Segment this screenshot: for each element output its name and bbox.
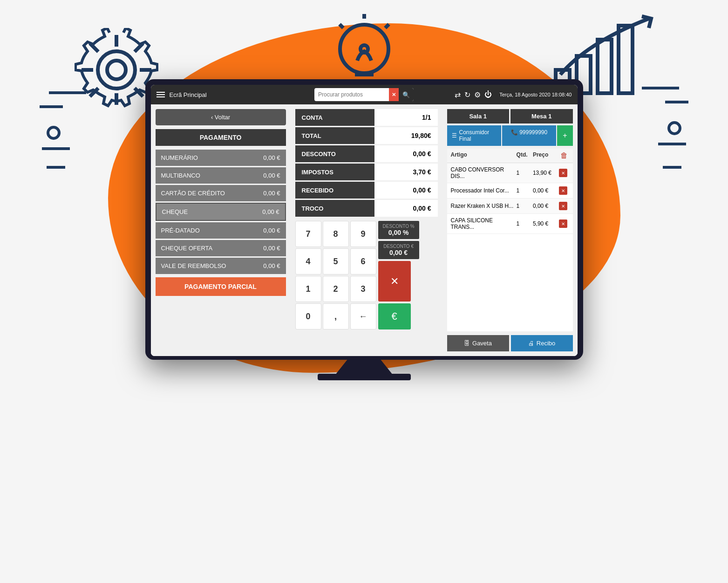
search-bar: ✕ 🔍 <box>314 88 414 101</box>
total-row: TOTAL 19,80€ <box>295 127 438 144</box>
item-qty: 1 <box>517 203 533 209</box>
item-name: Processador Intel Cor... <box>451 187 517 194</box>
search-submit-button[interactable]: 🔍 <box>399 88 414 101</box>
col-artigo: Artigo <box>451 151 517 160</box>
svg-rect-18 <box>619 26 633 93</box>
num-7[interactable]: 7 <box>295 221 321 247</box>
col-qtd: Qtd. <box>517 151 533 160</box>
search-clear-button[interactable]: ✕ <box>389 88 399 101</box>
payment-title: PAGAMENTO <box>156 129 286 146</box>
delete-item-2-button[interactable]: ✕ <box>559 186 567 195</box>
item-name: Razer Kraken X USB H... <box>451 203 517 209</box>
item-qty: 1 <box>517 187 533 194</box>
payment-cartao[interactable]: CARTÃO DE CRÉDITO 0,00 € <box>156 185 286 201</box>
numpad: 7 8 9 4 5 6 1 2 3 0 , ← <box>295 221 376 329</box>
item-name: CAPA SILICONE TRANS... <box>451 217 517 230</box>
back-button[interactable]: ‹ Voltar <box>156 109 286 125</box>
taskbar: Ecrã Principal ✕ 🔍 ⇄ ↻ ⚙ ⏻ <box>151 85 578 104</box>
num-9[interactable]: 9 <box>350 221 376 247</box>
item-name: CABO CONVERSOR DIS... <box>451 166 517 179</box>
order-item-4: CAPA SILICONE TRANS... 1 5,90 € ✕ <box>447 214 573 234</box>
num-1[interactable]: 1 <box>295 276 321 302</box>
delete-all-button[interactable]: 🗑 <box>559 151 569 160</box>
svg-rect-17 <box>598 40 612 93</box>
payment-multibanco[interactable]: MULTIBANCO 0,00 € <box>156 167 286 184</box>
left-panel: ‹ Voltar PAGAMENTO NUMERÁRIO 0,00 € MULT… <box>151 104 291 356</box>
order-table: Artigo Qtd. Preço 🗑 CABO CONVERSOR DIS..… <box>447 149 573 331</box>
svg-point-14 <box>361 45 368 53</box>
order-item-2: Processador Intel Cor... 1 0,00 € ✕ <box>447 183 573 199</box>
recibo-icon: 🖨 <box>528 340 534 347</box>
num-8[interactable]: 8 <box>323 221 349 247</box>
num-comma[interactable]: , <box>323 303 349 329</box>
table-label: Mesa 1 <box>510 109 573 123</box>
confirm-button[interactable]: € <box>378 303 411 329</box>
item-qty: 1 <box>517 170 533 176</box>
payment-pre-datado[interactable]: PRÉ-DATADO 0,00 € <box>156 222 286 239</box>
recibo-button[interactable]: 🖨 Recibo <box>511 335 573 351</box>
gaveta-button[interactable]: 🗄 Gaveta <box>447 335 509 351</box>
app-title: Ecrã Principal <box>170 91 207 98</box>
room-label: Sala 1 <box>447 109 510 123</box>
item-price: 0,00 € <box>533 203 559 209</box>
monitor-stand <box>336 360 392 374</box>
datetime-display: Terça, 18 Agosto 2020 18:08:40 <box>499 92 572 97</box>
num-4[interactable]: 4 <box>295 248 321 274</box>
consumer-icon: ☰ <box>452 132 457 139</box>
add-consumer-button[interactable]: + <box>557 125 572 146</box>
refresh-icon[interactable]: ↻ <box>464 90 470 99</box>
svg-point-10 <box>340 25 388 73</box>
payment-vale[interactable]: VALE DE REEMBOLSO 0,00 € <box>156 258 286 274</box>
svg-point-21 <box>48 127 59 138</box>
num-6[interactable]: 6 <box>350 248 376 274</box>
num-3[interactable]: 3 <box>350 276 376 302</box>
delete-item-3-button[interactable]: ✕ <box>559 202 567 210</box>
discount-pct-box: DESCONTO % 0,00 % <box>378 221 419 239</box>
item-qty: 1 <box>517 220 533 227</box>
right-panel: Sala 1 Mesa 1 ☰ Consumidor Final 📞 99999… <box>442 104 578 356</box>
svg-point-0 <box>98 51 135 89</box>
payment-cheque-oferta[interactable]: CHEQUE OFERTA 0,00 € <box>156 240 286 256</box>
payment-cheque[interactable]: CHEQUE 0,00 € <box>156 203 286 221</box>
monitor-base <box>318 374 411 380</box>
consumer-button[interactable]: ☰ Consumidor Final <box>447 125 501 146</box>
payment-partial-button[interactable]: PAGAMENTO PARCIAL <box>156 277 286 296</box>
discount-eur-box: DESCONTO € 0,00 € <box>378 241 419 259</box>
payment-numerario[interactable]: NUMERÁRIO 0,00 € <box>156 150 286 166</box>
num-backspace[interactable]: ← <box>350 303 376 329</box>
num-2[interactable]: 2 <box>323 276 349 302</box>
recebido-row: RECEBIDO 0,00 € <box>295 182 438 199</box>
gaveta-icon: 🗄 <box>464 340 470 347</box>
expand-icon[interactable]: ⇄ <box>455 90 461 99</box>
order-item-3: Razer Kraken X USB H... 1 0,00 € ✕ <box>447 199 573 214</box>
order-item-1: CABO CONVERSOR DIS... 1 13,90 € ✕ <box>447 163 573 183</box>
middle-panel: CONTA 1/1 TOTAL 19,80€ DESCONTO 0,00 € <box>291 104 442 356</box>
settings-icon[interactable]: ⚙ <box>474 90 481 99</box>
clear-button[interactable]: ✕ <box>378 261 411 302</box>
impostos-row: IMPOSTOS 3,70 € <box>295 164 438 180</box>
item-price: 13,90 € <box>533 170 559 176</box>
exit-icon[interactable]: ⏻ <box>484 90 492 99</box>
delete-item-4-button[interactable]: ✕ <box>559 219 567 228</box>
phone-button[interactable]: 📞 999999990 <box>502 125 556 146</box>
col-preco: Preço <box>533 151 559 160</box>
troco-row: TROCO 0,00 € <box>295 200 438 217</box>
num-0[interactable]: 0 <box>295 303 321 329</box>
conta-row: CONTA 1/1 <box>295 109 438 126</box>
svg-point-1 <box>107 61 126 79</box>
search-input[interactable] <box>314 91 389 98</box>
svg-point-26 <box>669 123 680 134</box>
desconto-row: DESCONTO 0,00 € <box>295 145 438 162</box>
delete-item-1-button[interactable]: ✕ <box>559 169 567 177</box>
monitor: Ecrã Principal ✕ 🔍 ⇄ ↻ ⚙ ⏻ <box>145 79 583 380</box>
item-price: 0,00 € <box>533 187 559 194</box>
item-price: 5,90 € <box>533 220 559 227</box>
num-5[interactable]: 5 <box>323 248 349 274</box>
phone-icon: 📞 <box>511 129 518 136</box>
hamburger-menu[interactable] <box>156 92 165 97</box>
